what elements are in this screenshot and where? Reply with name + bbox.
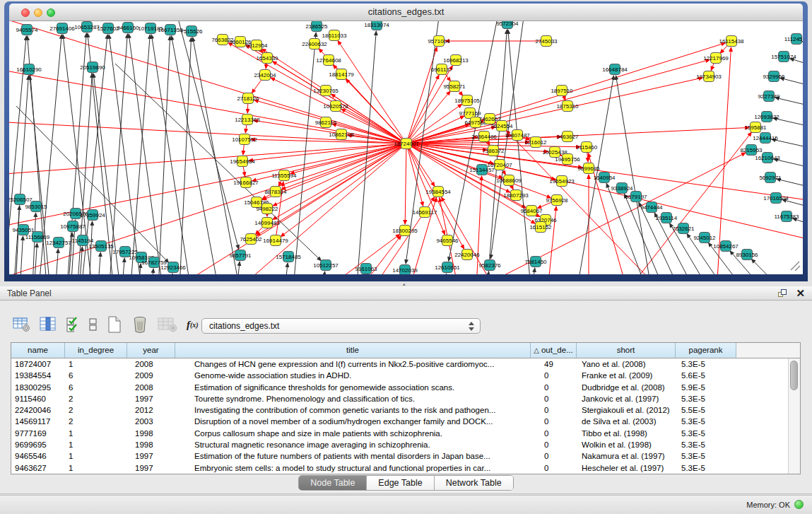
cell-in_degree[interactable]: 1 [65, 462, 127, 474]
graph-edge[interactable] [150, 269, 153, 274]
graph-edge[interactable] [13, 76, 28, 274]
graph-edge[interactable] [751, 259, 796, 274]
graph-edge[interactable] [793, 218, 803, 230]
graph-edge[interactable] [169, 274, 172, 274]
resize-grip-icon[interactable] [791, 262, 800, 271]
cell-short[interactable]: Yano et al. (2008) [577, 358, 676, 370]
table-row[interactable]: 1872400712008Changes of HCN gene express… [11, 358, 788, 370]
graph-edge[interactable] [775, 98, 803, 110]
cell-in_degree[interactable]: 1 [65, 439, 127, 450]
cell-out_degree[interactable]: 0 [531, 416, 577, 427]
graph-edge[interactable] [442, 274, 447, 274]
cell-name[interactable]: 9115460 [11, 393, 65, 404]
cell-short[interactable]: Nakamura et al. (1997) [577, 450, 676, 462]
cell-in_degree[interactable]: 6 [65, 382, 127, 393]
column-header-short[interactable]: short [577, 343, 676, 358]
cell-year[interactable]: 1998 [127, 439, 175, 450]
column-header-year[interactable]: year [127, 343, 175, 358]
cell-out_degree[interactable]: 0 [531, 404, 577, 416]
cell-year[interactable]: 2012 [127, 404, 175, 416]
graph-edge[interactable] [283, 263, 288, 274]
cell-name[interactable]: 22420046 [11, 404, 65, 416]
close-panel-icon[interactable]: ✕ [796, 287, 805, 300]
cell-pagerank[interactable]: 5.3E-5 [676, 416, 736, 427]
cell-title[interactable]: Estimation of the future numbers of pati… [175, 450, 531, 462]
cell-short[interactable]: Dudbridge et al. (2008) [577, 382, 676, 393]
scrollbar-thumb[interactable] [790, 361, 798, 390]
graph-edge[interactable] [129, 35, 150, 274]
graph-edge[interactable] [476, 176, 482, 274]
memory-ok-indicator[interactable] [794, 500, 804, 509]
cell-out_degree[interactable]: 49 [531, 358, 577, 370]
cell-in_degree[interactable]: 1 [65, 358, 127, 370]
cell-out_degree[interactable]: 0 [531, 393, 577, 404]
cell-title[interactable]: Changes of HCN gene expression and I(f) … [175, 358, 531, 370]
cell-name[interactable]: 19384554 [11, 370, 65, 381]
table-row[interactable]: 946554611997Estimation of the future num… [11, 450, 788, 462]
delete-column-icon[interactable] [131, 315, 148, 334]
cell-in_degree[interactable]: 2 [65, 404, 127, 416]
cell-title[interactable]: Tourette syndrome. Phenomenology and cla… [175, 393, 531, 404]
cell-year[interactable]: 2008 [127, 358, 175, 370]
graph-edge[interactable] [406, 75, 439, 144]
cell-title[interactable]: Estimation of significance thresholds fo… [175, 382, 531, 393]
graph-edge[interactable] [193, 37, 242, 274]
cell-out_degree[interactable]: 0 [531, 370, 577, 381]
cell-title[interactable]: Investigating the contribution of common… [175, 404, 531, 416]
graph-edge[interactable] [772, 139, 803, 152]
table-row[interactable]: 977716911998Corpus callosum shape and si… [11, 428, 788, 439]
graph-edge[interactable] [9, 144, 406, 274]
cell-pagerank[interactable]: 5.5E-5 [676, 404, 736, 416]
cell-year[interactable]: 1997 [127, 450, 175, 462]
graph-edge[interactable] [530, 268, 535, 274]
graph-edge[interactable] [306, 234, 400, 274]
cell-out_degree[interactable]: 0 [531, 450, 577, 462]
column-header-name[interactable]: name [11, 343, 65, 358]
cell-short[interactable]: Hescheler et al. (1997) [577, 462, 676, 474]
graph-edge[interactable] [54, 249, 58, 274]
graph-edge[interactable] [158, 36, 170, 274]
column-header-in_degree[interactable]: in_degree [65, 343, 127, 358]
graph-edge[interactable] [777, 179, 803, 192]
graph-edge[interactable] [406, 144, 803, 247]
table-row[interactable]: 911546021997Tourette syndrome. Phenomeno… [11, 393, 788, 404]
cell-pagerank[interactable]: 5.9E-5 [676, 382, 736, 393]
cell-in_degree[interactable]: 1 [65, 428, 127, 439]
column-header-out_degree[interactable]: △out_de... [531, 343, 577, 358]
cell-short[interactable]: Jankovic et al. (1997) [577, 393, 676, 404]
zoom-button[interactable] [47, 8, 55, 17]
cell-pagerank[interactable]: 5.3E-5 [676, 428, 736, 439]
column-header-pagerank[interactable]: pagerank [676, 343, 736, 358]
cell-year[interactable]: 1998 [127, 428, 175, 439]
cell-out_degree[interactable]: 0 [531, 462, 577, 474]
graph-edge[interactable] [320, 271, 325, 274]
network-window-frame[interactable]: citations_edges.txt 94055742769140610653… [4, 1, 808, 281]
cell-short[interactable]: Tibbo et al. (1998) [577, 428, 676, 439]
graph-edge[interactable] [780, 78, 803, 90]
graph-edge[interactable] [508, 30, 532, 274]
network-canvas[interactable]: 9405574276914061065328715276029466160107… [9, 21, 803, 274]
cell-name[interactable]: 18300295 [11, 382, 65, 393]
graph-edge[interactable] [179, 37, 192, 274]
cell-title[interactable]: Genome-wide association studies in ADHD. [175, 370, 531, 381]
cell-short[interactable]: Franke et al. (2009) [577, 370, 676, 381]
cell-pagerank[interactable]: 5.3E-5 [676, 462, 736, 474]
graph-edge[interactable] [281, 144, 406, 237]
cell-name[interactable]: 9463627 [11, 462, 65, 474]
graph-edge[interactable] [9, 144, 406, 233]
minimize-button[interactable] [34, 8, 42, 17]
cell-pagerank[interactable]: 5.3E-5 [676, 358, 736, 370]
row-height-icon[interactable] [89, 316, 98, 333]
cell-name[interactable]: 14569117 [11, 416, 65, 427]
cell-pagerank[interactable]: 5.3E-5 [676, 439, 736, 450]
table-row[interactable]: 1938455462009Genome-wide association stu… [11, 370, 788, 381]
cell-short[interactable]: Wolkin et al. (1998) [577, 439, 676, 450]
cell-short[interactable]: Stergiakouli et al. (2012) [577, 404, 676, 416]
graph-edge[interactable] [406, 47, 437, 144]
cell-out_degree[interactable]: 0 [531, 382, 577, 393]
tab-network-table[interactable]: Network Table [435, 476, 513, 490]
table-row[interactable]: 969969511998Structural magnetic resonanc… [11, 439, 788, 450]
tab-node-table[interactable]: Node Table [299, 476, 367, 490]
cell-pagerank[interactable]: 5.3E-5 [676, 450, 736, 462]
cell-pagerank[interactable]: 5.3E-5 [676, 393, 736, 404]
